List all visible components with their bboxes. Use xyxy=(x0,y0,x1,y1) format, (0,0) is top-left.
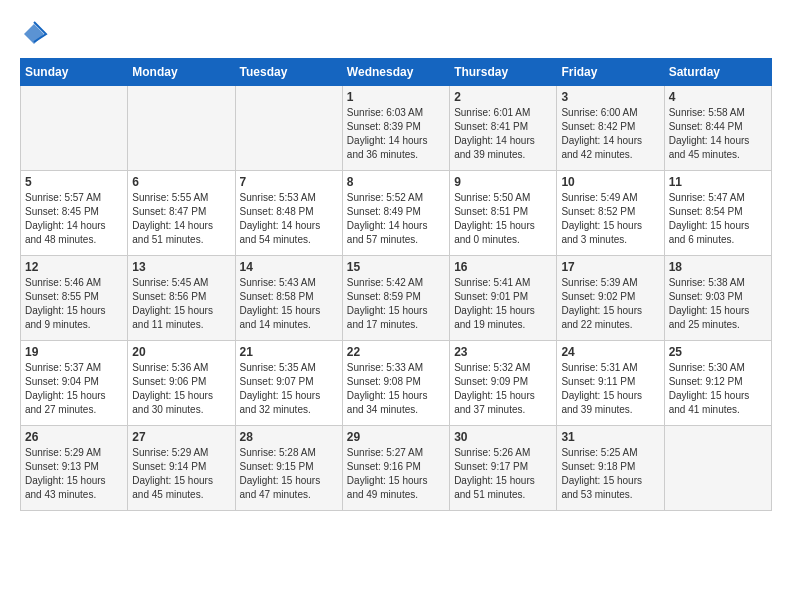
day-info: Sunrise: 5:31 AM Sunset: 9:11 PM Dayligh… xyxy=(561,361,659,417)
day-info: Sunrise: 6:03 AM Sunset: 8:39 PM Dayligh… xyxy=(347,106,445,162)
calendar-cell: 13Sunrise: 5:45 AM Sunset: 8:56 PM Dayli… xyxy=(128,256,235,341)
day-number: 6 xyxy=(132,175,230,189)
calendar-cell: 9Sunrise: 5:50 AM Sunset: 8:51 PM Daylig… xyxy=(450,171,557,256)
day-info: Sunrise: 5:55 AM Sunset: 8:47 PM Dayligh… xyxy=(132,191,230,247)
calendar-cell: 17Sunrise: 5:39 AM Sunset: 9:02 PM Dayli… xyxy=(557,256,664,341)
day-number: 21 xyxy=(240,345,338,359)
day-number: 25 xyxy=(669,345,767,359)
day-number: 20 xyxy=(132,345,230,359)
day-number: 18 xyxy=(669,260,767,274)
day-info: Sunrise: 5:29 AM Sunset: 9:14 PM Dayligh… xyxy=(132,446,230,502)
day-info: Sunrise: 5:58 AM Sunset: 8:44 PM Dayligh… xyxy=(669,106,767,162)
day-info: Sunrise: 5:57 AM Sunset: 8:45 PM Dayligh… xyxy=(25,191,123,247)
calendar-week-3: 12Sunrise: 5:46 AM Sunset: 8:55 PM Dayli… xyxy=(21,256,772,341)
day-info: Sunrise: 5:41 AM Sunset: 9:01 PM Dayligh… xyxy=(454,276,552,332)
day-number: 30 xyxy=(454,430,552,444)
day-number: 24 xyxy=(561,345,659,359)
day-number: 28 xyxy=(240,430,338,444)
day-number: 10 xyxy=(561,175,659,189)
logo-icon xyxy=(20,20,48,48)
day-info: Sunrise: 5:33 AM Sunset: 9:08 PM Dayligh… xyxy=(347,361,445,417)
day-number: 2 xyxy=(454,90,552,104)
weekday-header-row: SundayMondayTuesdayWednesdayThursdayFrid… xyxy=(21,59,772,86)
calendar-cell: 12Sunrise: 5:46 AM Sunset: 8:55 PM Dayli… xyxy=(21,256,128,341)
day-info: Sunrise: 5:39 AM Sunset: 9:02 PM Dayligh… xyxy=(561,276,659,332)
calendar-cell: 30Sunrise: 5:26 AM Sunset: 9:17 PM Dayli… xyxy=(450,426,557,511)
day-info: Sunrise: 5:35 AM Sunset: 9:07 PM Dayligh… xyxy=(240,361,338,417)
calendar-table: SundayMondayTuesdayWednesdayThursdayFrid… xyxy=(20,58,772,511)
day-info: Sunrise: 5:53 AM Sunset: 8:48 PM Dayligh… xyxy=(240,191,338,247)
day-number: 31 xyxy=(561,430,659,444)
calendar-cell: 18Sunrise: 5:38 AM Sunset: 9:03 PM Dayli… xyxy=(664,256,771,341)
calendar-cell: 7Sunrise: 5:53 AM Sunset: 8:48 PM Daylig… xyxy=(235,171,342,256)
weekday-tuesday: Tuesday xyxy=(235,59,342,86)
day-number: 5 xyxy=(25,175,123,189)
day-info: Sunrise: 6:01 AM Sunset: 8:41 PM Dayligh… xyxy=(454,106,552,162)
calendar-cell: 23Sunrise: 5:32 AM Sunset: 9:09 PM Dayli… xyxy=(450,341,557,426)
calendar-week-4: 19Sunrise: 5:37 AM Sunset: 9:04 PM Dayli… xyxy=(21,341,772,426)
calendar-cell xyxy=(128,86,235,171)
calendar-cell: 10Sunrise: 5:49 AM Sunset: 8:52 PM Dayli… xyxy=(557,171,664,256)
day-number: 3 xyxy=(561,90,659,104)
day-number: 1 xyxy=(347,90,445,104)
day-info: Sunrise: 5:28 AM Sunset: 9:15 PM Dayligh… xyxy=(240,446,338,502)
day-number: 16 xyxy=(454,260,552,274)
day-info: Sunrise: 5:36 AM Sunset: 9:06 PM Dayligh… xyxy=(132,361,230,417)
calendar-cell: 28Sunrise: 5:28 AM Sunset: 9:15 PM Dayli… xyxy=(235,426,342,511)
calendar-cell xyxy=(235,86,342,171)
day-info: Sunrise: 5:50 AM Sunset: 8:51 PM Dayligh… xyxy=(454,191,552,247)
day-info: Sunrise: 5:47 AM Sunset: 8:54 PM Dayligh… xyxy=(669,191,767,247)
day-number: 23 xyxy=(454,345,552,359)
page-header xyxy=(20,20,772,48)
day-info: Sunrise: 5:25 AM Sunset: 9:18 PM Dayligh… xyxy=(561,446,659,502)
day-info: Sunrise: 5:46 AM Sunset: 8:55 PM Dayligh… xyxy=(25,276,123,332)
day-info: Sunrise: 6:00 AM Sunset: 8:42 PM Dayligh… xyxy=(561,106,659,162)
calendar-cell: 4Sunrise: 5:58 AM Sunset: 8:44 PM Daylig… xyxy=(664,86,771,171)
weekday-wednesday: Wednesday xyxy=(342,59,449,86)
calendar-cell: 14Sunrise: 5:43 AM Sunset: 8:58 PM Dayli… xyxy=(235,256,342,341)
weekday-monday: Monday xyxy=(128,59,235,86)
day-number: 14 xyxy=(240,260,338,274)
day-info: Sunrise: 5:30 AM Sunset: 9:12 PM Dayligh… xyxy=(669,361,767,417)
day-number: 8 xyxy=(347,175,445,189)
calendar-cell xyxy=(21,86,128,171)
weekday-sunday: Sunday xyxy=(21,59,128,86)
day-number: 17 xyxy=(561,260,659,274)
day-info: Sunrise: 5:49 AM Sunset: 8:52 PM Dayligh… xyxy=(561,191,659,247)
calendar-cell xyxy=(664,426,771,511)
calendar-cell: 20Sunrise: 5:36 AM Sunset: 9:06 PM Dayli… xyxy=(128,341,235,426)
day-number: 11 xyxy=(669,175,767,189)
calendar-cell: 24Sunrise: 5:31 AM Sunset: 9:11 PM Dayli… xyxy=(557,341,664,426)
weekday-thursday: Thursday xyxy=(450,59,557,86)
calendar-cell: 19Sunrise: 5:37 AM Sunset: 9:04 PM Dayli… xyxy=(21,341,128,426)
calendar-cell: 22Sunrise: 5:33 AM Sunset: 9:08 PM Dayli… xyxy=(342,341,449,426)
calendar-cell: 27Sunrise: 5:29 AM Sunset: 9:14 PM Dayli… xyxy=(128,426,235,511)
day-number: 19 xyxy=(25,345,123,359)
calendar-cell: 8Sunrise: 5:52 AM Sunset: 8:49 PM Daylig… xyxy=(342,171,449,256)
day-number: 13 xyxy=(132,260,230,274)
day-info: Sunrise: 5:26 AM Sunset: 9:17 PM Dayligh… xyxy=(454,446,552,502)
calendar-cell: 2Sunrise: 6:01 AM Sunset: 8:41 PM Daylig… xyxy=(450,86,557,171)
calendar-cell: 25Sunrise: 5:30 AM Sunset: 9:12 PM Dayli… xyxy=(664,341,771,426)
day-info: Sunrise: 5:43 AM Sunset: 8:58 PM Dayligh… xyxy=(240,276,338,332)
day-number: 29 xyxy=(347,430,445,444)
calendar-cell: 1Sunrise: 6:03 AM Sunset: 8:39 PM Daylig… xyxy=(342,86,449,171)
day-info: Sunrise: 5:52 AM Sunset: 8:49 PM Dayligh… xyxy=(347,191,445,247)
calendar-cell: 16Sunrise: 5:41 AM Sunset: 9:01 PM Dayli… xyxy=(450,256,557,341)
day-number: 26 xyxy=(25,430,123,444)
calendar-week-2: 5Sunrise: 5:57 AM Sunset: 8:45 PM Daylig… xyxy=(21,171,772,256)
day-number: 27 xyxy=(132,430,230,444)
calendar-cell: 3Sunrise: 6:00 AM Sunset: 8:42 PM Daylig… xyxy=(557,86,664,171)
weekday-friday: Friday xyxy=(557,59,664,86)
calendar-cell: 15Sunrise: 5:42 AM Sunset: 8:59 PM Dayli… xyxy=(342,256,449,341)
weekday-saturday: Saturday xyxy=(664,59,771,86)
calendar-cell: 6Sunrise: 5:55 AM Sunset: 8:47 PM Daylig… xyxy=(128,171,235,256)
calendar-cell: 21Sunrise: 5:35 AM Sunset: 9:07 PM Dayli… xyxy=(235,341,342,426)
day-number: 12 xyxy=(25,260,123,274)
day-info: Sunrise: 5:37 AM Sunset: 9:04 PM Dayligh… xyxy=(25,361,123,417)
day-info: Sunrise: 5:42 AM Sunset: 8:59 PM Dayligh… xyxy=(347,276,445,332)
day-info: Sunrise: 5:32 AM Sunset: 9:09 PM Dayligh… xyxy=(454,361,552,417)
calendar-week-1: 1Sunrise: 6:03 AM Sunset: 8:39 PM Daylig… xyxy=(21,86,772,171)
calendar-body: 1Sunrise: 6:03 AM Sunset: 8:39 PM Daylig… xyxy=(21,86,772,511)
day-info: Sunrise: 5:45 AM Sunset: 8:56 PM Dayligh… xyxy=(132,276,230,332)
